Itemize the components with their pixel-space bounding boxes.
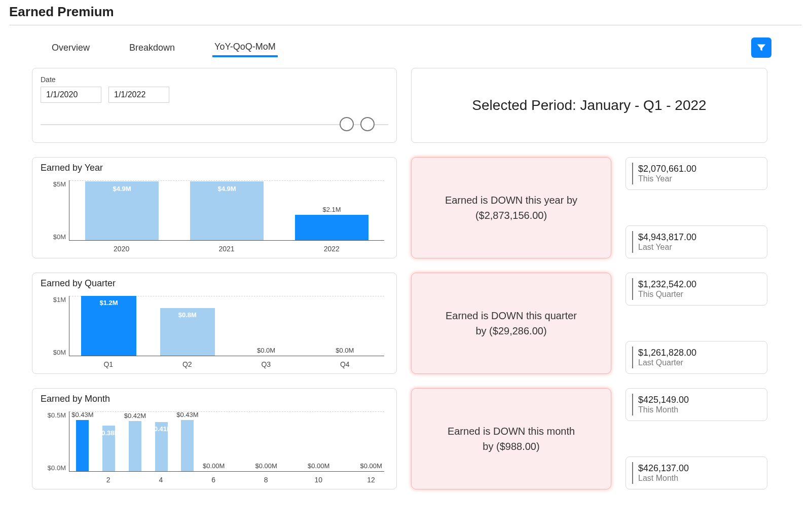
chart-xtick (331, 474, 358, 485)
date-end-input[interactable]: 1/1/2022 (108, 87, 169, 103)
filter-button[interactable] (751, 37, 771, 58)
alert-month-line1: Earned is DOWN this month (448, 424, 575, 439)
stat-last-quarter-label: Last Quarter (638, 358, 761, 367)
chart-earned-by-quarter: Earned by Quarter $1M$0M $1.2M$0.8M$0.0M… (32, 273, 397, 374)
tab-overview[interactable]: Overview (50, 40, 92, 56)
stat-last-year-value: $4,943,817.00 (638, 232, 761, 243)
chart-bar-label: $0.0M (227, 347, 306, 356)
chart-bar-label: $0.00M (253, 462, 279, 471)
chart-title-quarter: Earned by Quarter (41, 278, 388, 289)
chart-bar[interactable]: $0.00M (253, 411, 279, 471)
stat-this-month-value: $425,149.00 (638, 395, 761, 405)
chart-year-plot: $4.9M$4.9M$2.1M (69, 180, 384, 241)
date-slider[interactable] (41, 115, 388, 135)
alert-quarter-line2: by ($29,286.00) (475, 323, 546, 338)
chart-month-plot: $0.43M$0.38M$0.42M$0.41M$0.43M$0.00M$0.0… (69, 411, 384, 472)
chart-title-year: Earned by Year (41, 163, 388, 173)
alert-month: Earned is DOWN this month by ($988.00) (411, 388, 611, 489)
chart-xtick (69, 474, 95, 485)
chart-xtick (279, 474, 306, 485)
chart-bar-label: $0.43M (69, 411, 96, 420)
chart-bar[interactable]: $0.00M (306, 411, 332, 471)
chart-bar-label: $0.00M (306, 462, 332, 471)
chart-bar[interactable]: $0.0M (306, 296, 384, 356)
chart-bar[interactable]: $0.38M (96, 411, 122, 471)
alert-year: Earned is DOWN this year by ($2,873,156.… (411, 157, 611, 258)
chart-bar-label: $0.00M (358, 462, 384, 471)
alert-year-line1: Earned is DOWN this year by (445, 193, 577, 208)
chart-bar[interactable]: $0.00M (358, 411, 384, 471)
stat-this-quarter-value: $1,232,542.00 (638, 279, 761, 290)
chart-xtick: Q2 (148, 358, 227, 369)
page-header: Earned Premium (9, 0, 802, 25)
alert-quarter: Earned is DOWN this quarter by ($29,286.… (411, 273, 611, 374)
chart-xtick: Q3 (227, 358, 306, 369)
chart-xtick: 2 (95, 474, 122, 485)
chart-bar-label: $1.2M (69, 299, 148, 307)
chart-xtick: 2022 (279, 243, 384, 254)
stat-last-month-label: Last Month (638, 474, 761, 483)
chart-xtick: 6 (200, 474, 227, 485)
stat-last-month: $426,137.00 Last Month (625, 457, 767, 489)
chart-bar-label: $0.0M (306, 347, 384, 356)
chart-bar[interactable] (227, 411, 253, 471)
chart-xtick: 10 (305, 474, 331, 485)
page-title: Earned Premium (9, 4, 802, 20)
stat-this-year-value: $2,070,661.00 (638, 164, 761, 174)
stats-year: $2,070,661.00 This Year $4,943,817.00 La… (625, 157, 767, 258)
chart-xtick: 2020 (69, 243, 174, 254)
tab-yoy-qoq-mom[interactable]: YoY-QoQ-MoM (212, 39, 278, 57)
chart-bar[interactable] (332, 411, 358, 471)
chart-xtick: Q4 (306, 358, 385, 369)
chart-xtick: Q1 (69, 358, 148, 369)
chart-quarter-xaxis: Q1Q2Q3Q4 (69, 358, 384, 369)
chart-bar[interactable]: $0.41M (148, 411, 174, 471)
chart-bar[interactable] (279, 411, 306, 471)
stat-last-month-value: $426,137.00 (638, 463, 761, 474)
chart-bar[interactable]: $2.1M (279, 180, 384, 240)
stat-last-quarter-value: $1,261,828.00 (638, 348, 761, 358)
chart-bar-label: $0.41M (148, 425, 174, 433)
date-slider-handle-start[interactable] (340, 117, 354, 131)
chart-bar-label: $0.42M (122, 412, 149, 421)
chart-bar[interactable]: $0.42M (122, 411, 149, 471)
chart-title-month: Earned by Month (41, 394, 388, 404)
chart-xtick (122, 474, 148, 485)
chart-bar-label: $0.8M (148, 311, 227, 319)
chart-bar[interactable]: $4.9M (174, 180, 279, 240)
date-filter-card: Date 1/1/2020 1/1/2022 (32, 68, 397, 143)
chart-bar[interactable]: $0.43M (69, 411, 96, 471)
filter-icon (756, 42, 767, 53)
chart-month-xaxis: 24681012 (69, 474, 384, 485)
chart-year-yaxis: $5M$0M (41, 174, 69, 254)
date-slider-handle-end[interactable] (360, 117, 375, 131)
date-start-input[interactable]: 1/1/2020 (41, 87, 101, 103)
chart-bar[interactable]: $1.2M (69, 296, 148, 356)
stats-month: $425,149.00 This Month $426,137.00 Last … (625, 388, 767, 489)
chart-bar[interactable]: $0.43M (174, 411, 201, 471)
stat-this-year: $2,070,661.00 This Year (625, 157, 767, 190)
chart-xtick (174, 474, 200, 485)
selected-period-card: Selected Period: January - Q1 - 2022 (411, 68, 767, 143)
selected-period-text: Selected Period: January - Q1 - 2022 (472, 97, 706, 113)
chart-month-yaxis: $0.5M$0.0M (41, 405, 69, 485)
alert-quarter-line1: Earned is DOWN this quarter (446, 308, 577, 323)
alert-month-line2: by ($988.00) (483, 439, 539, 454)
tab-breakdown[interactable]: Breakdown (127, 40, 177, 56)
stat-this-quarter-label: This Quarter (638, 290, 761, 299)
chart-bar[interactable]: $0.8M (148, 296, 227, 356)
tabs-row: Overview Breakdown YoY-QoQ-MoM (9, 25, 802, 63)
chart-xtick (227, 474, 253, 485)
chart-bar[interactable]: $4.9M (69, 180, 174, 240)
chart-xtick: 12 (358, 474, 384, 485)
chart-bar[interactable]: $0.0M (227, 296, 306, 356)
stat-this-year-label: This Year (638, 174, 761, 183)
chart-bar-label: $4.9M (174, 185, 279, 193)
chart-earned-by-year: Earned by Year $5M$0M $4.9M$4.9M$2.1M 20… (32, 157, 397, 258)
chart-quarter-plot: $1.2M$0.8M$0.0M$0.0M (69, 296, 384, 356)
stat-this-month: $425,149.00 This Month (625, 388, 767, 421)
stats-quarter: $1,232,542.00 This Quarter $1,261,828.00… (625, 273, 767, 374)
chart-bar-label: $0.38M (96, 429, 122, 437)
chart-bar[interactable]: $0.00M (201, 411, 227, 471)
stat-last-year: $4,943,817.00 Last Year (625, 225, 767, 258)
